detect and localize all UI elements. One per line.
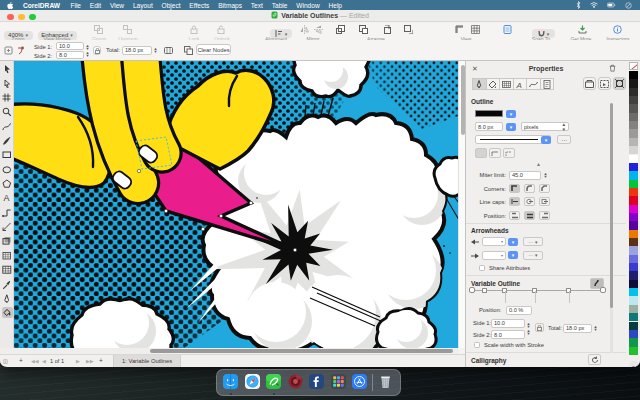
- palette-swatch[interactable]: [629, 155, 638, 163]
- tool-connector[interactable]: [2, 207, 13, 218]
- mirror-vertical-button[interactable]: [314, 25, 324, 34]
- menu-app-name[interactable]: CorelDRAW: [17, 2, 66, 9]
- tool-crop[interactable]: [2, 92, 13, 103]
- bluetooth-icon[interactable]: [576, 1, 581, 9]
- back-one-button[interactable]: [404, 25, 414, 34]
- menu-item-effects[interactable]: Effects: [185, 2, 214, 9]
- panel-tab-transparency[interactable]: [499, 78, 514, 90]
- menu-item-table[interactable]: Table: [267, 2, 292, 9]
- sides-stepper[interactable]: ▲▼▲▼: [85, 42, 90, 59]
- inspectors-icon[interactable]: [613, 25, 623, 34]
- panel-frame2-button[interactable]: [598, 77, 611, 90]
- palette-swatch[interactable]: [629, 163, 638, 171]
- mirror-horizontal-button[interactable]: [300, 25, 310, 34]
- palette-swatch[interactable]: [629, 280, 638, 288]
- vo-handle-start[interactable]: [469, 287, 475, 293]
- menu-item-object[interactable]: Object: [157, 2, 185, 9]
- apple-menu-icon[interactable]: [0, 2, 17, 9]
- tool-pick[interactable]: [2, 64, 13, 75]
- dock-safari-icon[interactable]: [245, 374, 260, 389]
- copy-properties-icon[interactable]: [184, 46, 194, 55]
- tool-dimension[interactable]: [2, 221, 13, 232]
- menu-item-help[interactable]: Help: [324, 2, 346, 9]
- vo-sides-stepper[interactable]: ▲▼▲▼: [526, 319, 531, 339]
- page-tab[interactable]: 1: Variable Outlines: [113, 355, 181, 367]
- palette-swatch[interactable]: [629, 213, 638, 221]
- outline-preset3-button[interactable]: [503, 148, 515, 158]
- palette-swatch[interactable]: [629, 79, 638, 87]
- palette-swatch[interactable]: [629, 322, 638, 330]
- cap-round-button[interactable]: [524, 197, 535, 206]
- tool-transparency[interactable]: [2, 250, 13, 261]
- palette-swatch[interactable]: [629, 96, 638, 104]
- dock-appstore-icon[interactable]: [352, 374, 367, 389]
- palette-swatch[interactable]: [629, 296, 638, 304]
- palette-swatch[interactable]: [629, 121, 638, 129]
- vo-link-button[interactable]: [535, 323, 544, 332]
- palette-swatch[interactable]: [629, 71, 638, 79]
- palette-swatch[interactable]: [629, 330, 638, 338]
- panel-tab-fill[interactable]: [486, 78, 501, 90]
- page-flip-icon[interactable]: ◫: [3, 358, 8, 364]
- menu-item-bitmaps[interactable]: Bitmaps: [214, 2, 247, 9]
- palette-swatch[interactable]: [629, 171, 638, 179]
- arrow-end-options[interactable]: ⋯ ▾: [523, 251, 543, 260]
- clock-icon[interactable]: [625, 2, 632, 9]
- dock-trash-icon[interactable]: [378, 374, 393, 389]
- arrow-start-options[interactable]: ⋯ ▾: [523, 237, 543, 246]
- total-stepper[interactable]: ▲▼: [153, 46, 158, 55]
- lock-button[interactable]: [190, 25, 200, 34]
- panel-transform-button[interactable]: [613, 77, 626, 90]
- palette-swatch[interactable]: [629, 104, 638, 112]
- palette-no-color-swatch[interactable]: [629, 62, 638, 70]
- menu-item-layout[interactable]: Layout: [129, 2, 158, 9]
- palette-swatch[interactable]: [629, 113, 638, 121]
- to-front-button[interactable]: [336, 25, 346, 34]
- arrow-start-dropdown[interactable]: ▾: [482, 237, 506, 246]
- palette-swatch[interactable]: [629, 263, 638, 271]
- dock-coreldraw-icon[interactable]: [266, 374, 281, 389]
- cap-square-button[interactable]: [539, 197, 550, 206]
- add-page-button-2[interactable]: +: [99, 357, 103, 364]
- palette-swatch[interactable]: [629, 246, 638, 254]
- outline-style-arrow[interactable]: ▾: [541, 136, 551, 144]
- panel-tab-curve[interactable]: [526, 78, 541, 90]
- palette-swatch[interactable]: [629, 288, 638, 296]
- tool-table[interactable]: [2, 264, 13, 275]
- vertical-scrollbar[interactable]: [458, 61, 465, 348]
- vo-slider-track[interactable]: [471, 290, 604, 291]
- outline-units-dropdown[interactable]: pixels▲▼: [521, 122, 569, 131]
- palette-swatch[interactable]: [629, 238, 638, 246]
- view-grid-button[interactable]: [471, 25, 481, 34]
- tool-outline[interactable]: [2, 293, 13, 304]
- palette-swatch[interactable]: [629, 138, 638, 146]
- menu-item-file[interactable]: File: [66, 2, 85, 9]
- prev-page-button[interactable]: ◀: [42, 358, 46, 364]
- panel-frame-button[interactable]: [583, 77, 596, 90]
- menu-item-text[interactable]: Text: [246, 2, 267, 9]
- palette-swatch[interactable]: [629, 255, 638, 263]
- menu-item-view[interactable]: View: [106, 2, 129, 9]
- battery-icon[interactable]: [607, 2, 616, 8]
- last-page-button[interactable]: ▶▶: [86, 358, 94, 364]
- unlock-button[interactable]: [217, 25, 227, 34]
- trash-icon[interactable]: [609, 64, 616, 73]
- miter-stepper[interactable]: ▲▼: [543, 171, 548, 180]
- vo-handle-1[interactable]: [482, 288, 487, 293]
- position-outside-button[interactable]: [509, 211, 520, 220]
- tool-shape[interactable]: [2, 78, 13, 89]
- add-page-button[interactable]: +: [19, 357, 23, 364]
- vo-position-field[interactable]: 0.0 %: [506, 306, 532, 315]
- outline-color-dropdown[interactable]: ▾: [506, 110, 516, 118]
- horizontal-scrollbar-thumb[interactable]: [150, 349, 453, 353]
- palette-swatch[interactable]: [629, 146, 638, 154]
- tool-eyedropper[interactable]: [2, 279, 13, 290]
- tool-text[interactable]: A: [2, 193, 13, 204]
- miter-field[interactable]: 45.0: [509, 171, 541, 180]
- tool-ellipse[interactable]: [2, 164, 13, 175]
- panel-tab-character[interactable]: A: [513, 78, 528, 90]
- palette-swatch[interactable]: [629, 180, 638, 188]
- menu-item-window[interactable]: Window: [292, 2, 324, 9]
- vo-total-field[interactable]: 18.0 px: [563, 324, 592, 333]
- palette-swatch[interactable]: [629, 347, 638, 355]
